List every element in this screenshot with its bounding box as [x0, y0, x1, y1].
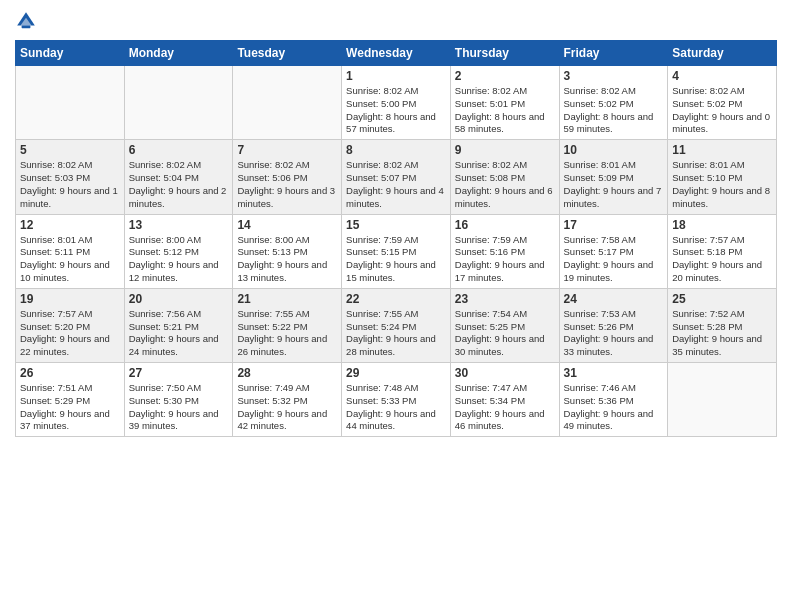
day-info: Sunrise: 8:02 AM Sunset: 5:01 PM Dayligh…	[455, 85, 555, 136]
calendar-header-monday: Monday	[124, 41, 233, 66]
day-info: Sunrise: 7:54 AM Sunset: 5:25 PM Dayligh…	[455, 308, 555, 359]
day-info: Sunrise: 7:57 AM Sunset: 5:18 PM Dayligh…	[672, 234, 772, 285]
calendar-cell: 5Sunrise: 8:02 AM Sunset: 5:03 PM Daylig…	[16, 140, 125, 214]
calendar-cell: 24Sunrise: 7:53 AM Sunset: 5:26 PM Dayli…	[559, 288, 668, 362]
calendar-cell: 16Sunrise: 7:59 AM Sunset: 5:16 PM Dayli…	[450, 214, 559, 288]
day-number: 5	[20, 143, 120, 157]
day-number: 24	[564, 292, 664, 306]
day-info: Sunrise: 7:47 AM Sunset: 5:34 PM Dayligh…	[455, 382, 555, 433]
day-info: Sunrise: 8:02 AM Sunset: 5:04 PM Dayligh…	[129, 159, 229, 210]
calendar-cell	[16, 66, 125, 140]
calendar-header-sunday: Sunday	[16, 41, 125, 66]
day-number: 29	[346, 366, 446, 380]
day-info: Sunrise: 8:02 AM Sunset: 5:02 PM Dayligh…	[564, 85, 664, 136]
calendar-cell: 4Sunrise: 8:02 AM Sunset: 5:02 PM Daylig…	[668, 66, 777, 140]
calendar-cell: 26Sunrise: 7:51 AM Sunset: 5:29 PM Dayli…	[16, 363, 125, 437]
day-number: 30	[455, 366, 555, 380]
calendar-week-row: 1Sunrise: 8:02 AM Sunset: 5:00 PM Daylig…	[16, 66, 777, 140]
calendar-cell: 18Sunrise: 7:57 AM Sunset: 5:18 PM Dayli…	[668, 214, 777, 288]
calendar-cell: 2Sunrise: 8:02 AM Sunset: 5:01 PM Daylig…	[450, 66, 559, 140]
calendar-header-friday: Friday	[559, 41, 668, 66]
day-number: 4	[672, 69, 772, 83]
day-number: 14	[237, 218, 337, 232]
day-number: 28	[237, 366, 337, 380]
calendar-cell: 27Sunrise: 7:50 AM Sunset: 5:30 PM Dayli…	[124, 363, 233, 437]
day-info: Sunrise: 8:01 AM Sunset: 5:11 PM Dayligh…	[20, 234, 120, 285]
day-number: 31	[564, 366, 664, 380]
day-number: 1	[346, 69, 446, 83]
calendar-cell	[233, 66, 342, 140]
day-info: Sunrise: 7:52 AM Sunset: 5:28 PM Dayligh…	[672, 308, 772, 359]
calendar-header-thursday: Thursday	[450, 41, 559, 66]
day-info: Sunrise: 8:02 AM Sunset: 5:02 PM Dayligh…	[672, 85, 772, 136]
page: SundayMondayTuesdayWednesdayThursdayFrid…	[0, 0, 792, 612]
calendar-cell: 14Sunrise: 8:00 AM Sunset: 5:13 PM Dayli…	[233, 214, 342, 288]
day-number: 2	[455, 69, 555, 83]
day-info: Sunrise: 7:53 AM Sunset: 5:26 PM Dayligh…	[564, 308, 664, 359]
calendar-cell: 8Sunrise: 8:02 AM Sunset: 5:07 PM Daylig…	[342, 140, 451, 214]
calendar-header-row: SundayMondayTuesdayWednesdayThursdayFrid…	[16, 41, 777, 66]
calendar-week-row: 26Sunrise: 7:51 AM Sunset: 5:29 PM Dayli…	[16, 363, 777, 437]
day-info: Sunrise: 8:00 AM Sunset: 5:13 PM Dayligh…	[237, 234, 337, 285]
calendar-cell: 19Sunrise: 7:57 AM Sunset: 5:20 PM Dayli…	[16, 288, 125, 362]
day-number: 7	[237, 143, 337, 157]
day-info: Sunrise: 8:02 AM Sunset: 5:08 PM Dayligh…	[455, 159, 555, 210]
day-number: 25	[672, 292, 772, 306]
day-number: 6	[129, 143, 229, 157]
day-info: Sunrise: 7:56 AM Sunset: 5:21 PM Dayligh…	[129, 308, 229, 359]
day-number: 11	[672, 143, 772, 157]
day-number: 3	[564, 69, 664, 83]
calendar-cell	[124, 66, 233, 140]
calendar-cell: 28Sunrise: 7:49 AM Sunset: 5:32 PM Dayli…	[233, 363, 342, 437]
day-info: Sunrise: 8:01 AM Sunset: 5:09 PM Dayligh…	[564, 159, 664, 210]
day-number: 23	[455, 292, 555, 306]
day-number: 9	[455, 143, 555, 157]
calendar-cell: 1Sunrise: 8:02 AM Sunset: 5:00 PM Daylig…	[342, 66, 451, 140]
day-info: Sunrise: 7:55 AM Sunset: 5:22 PM Dayligh…	[237, 308, 337, 359]
calendar-cell: 31Sunrise: 7:46 AM Sunset: 5:36 PM Dayli…	[559, 363, 668, 437]
calendar-header-tuesday: Tuesday	[233, 41, 342, 66]
day-info: Sunrise: 7:48 AM Sunset: 5:33 PM Dayligh…	[346, 382, 446, 433]
calendar: SundayMondayTuesdayWednesdayThursdayFrid…	[15, 40, 777, 437]
calendar-cell: 10Sunrise: 8:01 AM Sunset: 5:09 PM Dayli…	[559, 140, 668, 214]
day-number: 22	[346, 292, 446, 306]
day-info: Sunrise: 7:59 AM Sunset: 5:15 PM Dayligh…	[346, 234, 446, 285]
calendar-cell: 30Sunrise: 7:47 AM Sunset: 5:34 PM Dayli…	[450, 363, 559, 437]
calendar-cell: 9Sunrise: 8:02 AM Sunset: 5:08 PM Daylig…	[450, 140, 559, 214]
calendar-header-saturday: Saturday	[668, 41, 777, 66]
day-info: Sunrise: 8:02 AM Sunset: 5:00 PM Dayligh…	[346, 85, 446, 136]
header	[15, 10, 777, 32]
calendar-cell: 15Sunrise: 7:59 AM Sunset: 5:15 PM Dayli…	[342, 214, 451, 288]
calendar-cell: 29Sunrise: 7:48 AM Sunset: 5:33 PM Dayli…	[342, 363, 451, 437]
day-info: Sunrise: 8:00 AM Sunset: 5:12 PM Dayligh…	[129, 234, 229, 285]
calendar-cell: 11Sunrise: 8:01 AM Sunset: 5:10 PM Dayli…	[668, 140, 777, 214]
calendar-cell: 7Sunrise: 8:02 AM Sunset: 5:06 PM Daylig…	[233, 140, 342, 214]
day-number: 13	[129, 218, 229, 232]
day-info: Sunrise: 7:59 AM Sunset: 5:16 PM Dayligh…	[455, 234, 555, 285]
calendar-week-row: 19Sunrise: 7:57 AM Sunset: 5:20 PM Dayli…	[16, 288, 777, 362]
day-info: Sunrise: 7:55 AM Sunset: 5:24 PM Dayligh…	[346, 308, 446, 359]
day-info: Sunrise: 8:02 AM Sunset: 5:03 PM Dayligh…	[20, 159, 120, 210]
calendar-header-wednesday: Wednesday	[342, 41, 451, 66]
day-number: 10	[564, 143, 664, 157]
calendar-cell: 20Sunrise: 7:56 AM Sunset: 5:21 PM Dayli…	[124, 288, 233, 362]
day-info: Sunrise: 7:51 AM Sunset: 5:29 PM Dayligh…	[20, 382, 120, 433]
day-number: 20	[129, 292, 229, 306]
day-number: 18	[672, 218, 772, 232]
logo-icon	[15, 10, 37, 32]
calendar-cell: 3Sunrise: 8:02 AM Sunset: 5:02 PM Daylig…	[559, 66, 668, 140]
calendar-cell	[668, 363, 777, 437]
day-info: Sunrise: 8:02 AM Sunset: 5:07 PM Dayligh…	[346, 159, 446, 210]
day-number: 27	[129, 366, 229, 380]
day-info: Sunrise: 8:01 AM Sunset: 5:10 PM Dayligh…	[672, 159, 772, 210]
calendar-week-row: 5Sunrise: 8:02 AM Sunset: 5:03 PM Daylig…	[16, 140, 777, 214]
day-number: 21	[237, 292, 337, 306]
calendar-week-row: 12Sunrise: 8:01 AM Sunset: 5:11 PM Dayli…	[16, 214, 777, 288]
day-number: 16	[455, 218, 555, 232]
calendar-cell: 6Sunrise: 8:02 AM Sunset: 5:04 PM Daylig…	[124, 140, 233, 214]
calendar-cell: 13Sunrise: 8:00 AM Sunset: 5:12 PM Dayli…	[124, 214, 233, 288]
calendar-cell: 23Sunrise: 7:54 AM Sunset: 5:25 PM Dayli…	[450, 288, 559, 362]
day-number: 26	[20, 366, 120, 380]
calendar-cell: 12Sunrise: 8:01 AM Sunset: 5:11 PM Dayli…	[16, 214, 125, 288]
day-number: 17	[564, 218, 664, 232]
